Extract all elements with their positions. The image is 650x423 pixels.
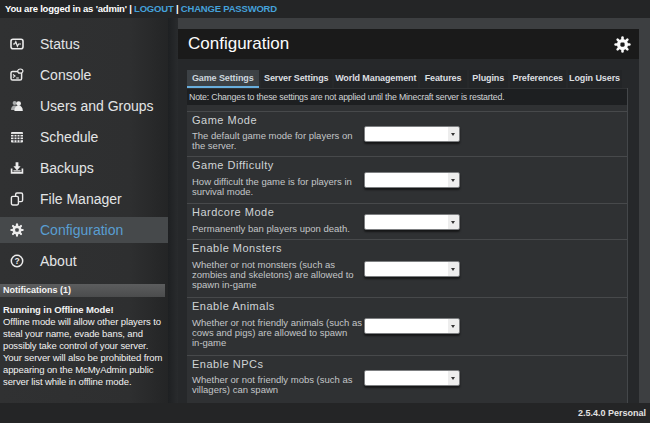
svg-text:?: ? bbox=[14, 256, 19, 266]
